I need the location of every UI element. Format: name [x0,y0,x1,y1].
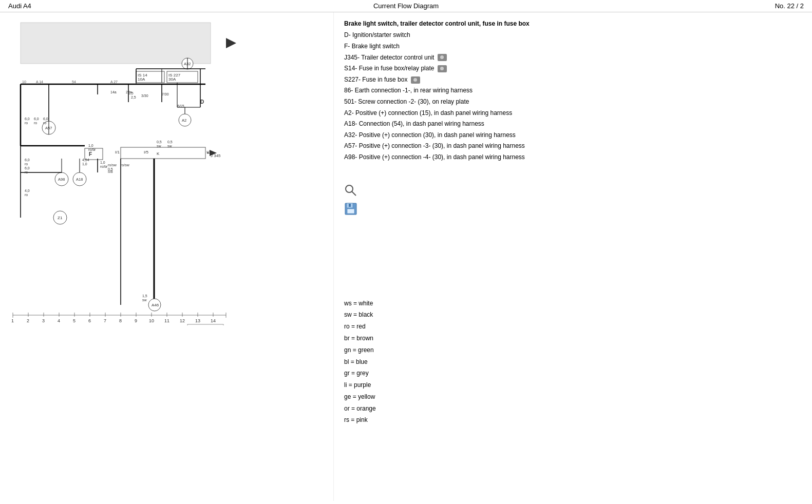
svg-text:sw: sw [142,298,147,302]
color-sw: sw = black [344,309,802,321]
svg-text:10: 10 [149,318,154,323]
wiring-diagram-svg: IS 14 10A IS 227 30A A32 D A57 A98 [5,17,324,325]
camera-icon-S227[interactable] [411,76,420,84]
svg-point-129 [346,185,353,192]
camera-icon-S14[interactable] [438,65,447,72]
svg-text:A46: A46 [152,303,159,307]
color-gr: gr = grey [344,367,802,379]
info-item-501: 501- Screw connection -2- (30), on relay… [344,96,802,108]
svg-text:10A: 10A [138,77,145,82]
svg-text:ro/sw: ro/sw [108,163,117,167]
header: Audi A4 Current Flow Diagram No. 22 / 2 [0,0,812,12]
svg-text:ro: ro [34,121,37,125]
camera-icon-J345[interactable] [438,54,447,61]
svg-text:2,5: 2,5 [131,95,136,99]
svg-text:K: K [157,151,160,156]
component-legend: Brake light switch, trailer detector con… [344,18,802,163]
svg-text:7: 7 [104,318,106,323]
svg-text:D: D [200,99,204,105]
info-item-J345: J345- Trailer detector control unit [344,52,802,64]
svg-text:9: 9 [135,318,137,323]
header-right: No. 22 / 2 [775,2,804,10]
arrow-right-top [226,38,236,48]
info-item-A18: A18- Connection (54), in dash panel wiri… [344,119,802,130]
color-rs: rs = pink [344,414,802,426]
svg-line-130 [352,191,356,196]
svg-text:10: 10 [22,80,26,84]
svg-text:ro: ro [25,170,28,174]
svg-rect-0 [21,23,211,64]
svg-text:6: 6 [88,318,91,323]
save-button[interactable] [344,202,357,216]
color-li: li = purple [344,379,802,391]
color-ws: ws = white [344,298,802,309]
svg-text:ro/sw: ro/sw [121,163,130,167]
svg-text:I/2: I/2 [206,150,211,154]
svg-text:ro: ro [25,193,28,197]
svg-text:1,0: 1,0 [100,161,105,164]
search-icon [344,184,357,197]
svg-rect-126 [187,324,223,325]
svg-text:A 27: A 27 [110,80,118,84]
svg-text:ro/br: ro/br [88,148,96,151]
svg-text:Z1: Z1 [58,216,63,220]
svg-text:8: 8 [119,318,122,323]
info-item-S227: S227- Fuse in fuse box [344,74,802,86]
svg-text:1: 1 [11,318,14,323]
svg-rect-133 [347,209,354,214]
svg-text:2: 2 [27,318,29,323]
color-bl: bl = blue [344,356,802,368]
svg-text:A18: A18 [76,177,83,182]
svg-text:sw: sw [167,144,173,148]
svg-rect-18 [121,147,205,159]
svg-text:ro/br: ro/br [100,165,108,168]
svg-text:ro: ro [25,121,28,125]
color-br: br = brown [344,333,802,344]
svg-text:0,5: 0,5 [167,140,173,144]
info-item-A57: A57- Positive (+) connection -3- (30), i… [344,141,802,152]
svg-text:4,54: 4,54 [82,158,89,162]
info-item-86: 86- Earth connection -1-, in rear wiring… [344,85,802,96]
save-icon [344,202,357,216]
svg-text:4: 4 [58,318,60,323]
svg-text:J 345: J 345 [211,153,221,158]
color-or: or = orange [344,403,802,415]
svg-text:4,0: 4,0 [25,189,30,192]
svg-text:0,5: 0,5 [108,167,113,171]
color-ge: ge = yellow [344,391,802,403]
svg-text:I/1: I/1 [115,150,120,154]
diagram-area: IS 14 10A IS 227 30A A32 D A57 A98 [0,12,334,501]
svg-text:30A: 30A [168,77,176,82]
info-item-A32: A32- Positive (+) connection (30), in da… [344,130,802,141]
svg-text:6,0: 6,0 [43,117,48,121]
svg-text:A2: A2 [182,118,186,123]
svg-text:3/30: 3/30 [141,94,148,98]
main-content: IS 14 10A IS 227 30A A32 D A57 A98 [0,12,812,501]
info-item-A98: A98- Positive (+) connection -4- (30), i… [344,152,802,163]
svg-text:3: 3 [42,318,45,323]
info-item-F: F- Brake light switch [344,41,802,52]
svg-text:F: F [89,151,92,157]
search-button[interactable] [344,184,357,197]
svg-text:6,0: 6,0 [25,117,30,121]
svg-text:12: 12 [180,318,185,323]
svg-text:1,0: 1,0 [82,162,87,166]
color-legend: ws = white sw = black ro = red br = brow… [344,298,802,427]
svg-text:6,0: 6,0 [34,117,39,121]
svg-text:7/30: 7/30 [162,92,169,96]
svg-rect-134 [349,204,351,207]
info-item-A2: A2- Positive (+) connection (15), in das… [344,108,802,119]
svg-text:1,0: 1,0 [88,144,93,147]
svg-text:6,0: 6,0 [25,158,30,162]
diagram-canvas: IS 14 10A IS 227 30A A32 D A57 A98 [5,17,328,336]
svg-text:ro: ro [25,162,28,166]
svg-text:A 14: A 14 [36,80,43,84]
svg-text:0,5: 0,5 [157,140,162,144]
svg-text:27a: 27a [126,90,132,94]
svg-text:ro: ro [43,121,46,125]
tools-area [344,184,802,216]
info-item-S14: S14- Fuse in fuse box/relay plate [344,63,802,74]
svg-text:14a: 14a [110,90,117,94]
color-gn: gn = green [344,344,802,356]
svg-text:13: 13 [195,318,200,323]
